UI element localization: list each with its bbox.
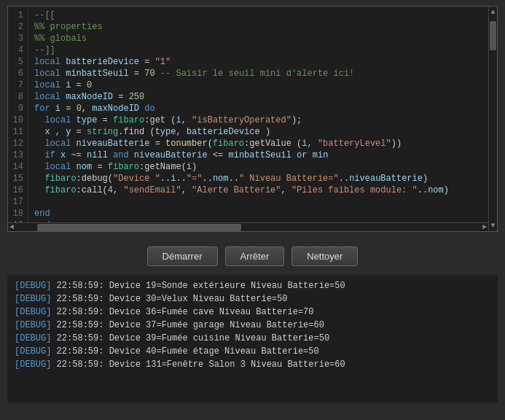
scroll-right-arrow[interactable]: ► bbox=[481, 223, 488, 231]
clear-button[interactable]: Nettoyer bbox=[291, 246, 358, 266]
log-line: [DEBUG] 22:58:59: Device 39=Fumée cuisin… bbox=[15, 332, 490, 345]
action-buttons: Démarrer Arrêter Nettoyer bbox=[0, 238, 505, 275]
line-numbers: 1234567891011121314151617181920 bbox=[8, 7, 28, 231]
code-editor[interactable]: 1234567891011121314151617181920 --[[%% p… bbox=[7, 6, 498, 232]
scroll-track[interactable] bbox=[489, 18, 497, 220]
log-line: [DEBUG] 22:58:59: Device 40=Fumée étage … bbox=[15, 345, 490, 358]
scroll-left-arrow[interactable]: ◄ bbox=[8, 223, 15, 231]
horizontal-scrollbar[interactable]: ◄ ► bbox=[8, 222, 488, 231]
start-button[interactable]: Démarrer bbox=[147, 246, 218, 266]
code-area[interactable]: --[[%% properties%% globals--]]local bat… bbox=[28, 7, 488, 231]
scroll-down-arrow[interactable]: ▼ bbox=[490, 220, 495, 231]
scroll-up-arrow[interactable]: ▲ bbox=[490, 7, 495, 18]
log-output: [DEBUG] 22:58:59: Device 19=Sonde extéri… bbox=[7, 275, 498, 402]
scroll-h-thumb[interactable] bbox=[37, 224, 241, 231]
scroll-thumb[interactable] bbox=[490, 21, 496, 50]
log-line: [DEBUG] 22:58:59: Device 19=Sonde extéri… bbox=[15, 279, 490, 292]
stop-button[interactable]: Arrêter bbox=[225, 246, 285, 266]
vertical-scrollbar[interactable]: ▲ ▼ bbox=[488, 7, 497, 231]
log-line: [DEBUG] 22:58:59: Device 131=Fenêtre Sal… bbox=[15, 358, 490, 371]
log-line: [DEBUG] 22:58:59: Device 37=Fumée garage… bbox=[15, 319, 490, 332]
log-line: [DEBUG] 22:58:59: Device 36=Fumée cave N… bbox=[15, 306, 490, 319]
scroll-h-track[interactable] bbox=[15, 223, 481, 231]
log-line: [DEBUG] 22:58:59: Device 30=Velux Niveau… bbox=[15, 292, 490, 306]
